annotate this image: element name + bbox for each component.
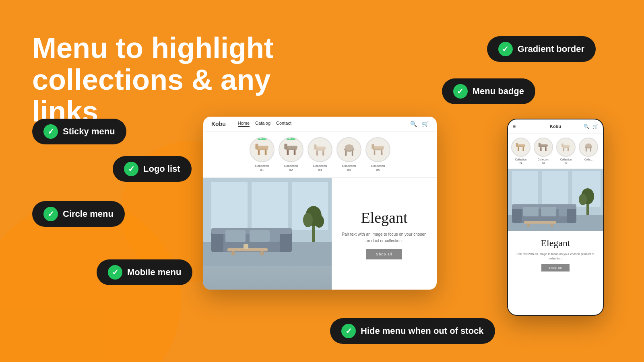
collection-circle-3 bbox=[308, 137, 332, 162]
badge-mobile-menu-label: Mobile menu bbox=[127, 267, 181, 278]
mobile-collection-label-3: Collection#3 bbox=[560, 158, 572, 165]
svg-rect-80 bbox=[551, 224, 553, 227]
mobile-collection-label-2: Collection#2 bbox=[538, 158, 549, 165]
svg-rect-4 bbox=[255, 144, 258, 149]
sofa-area bbox=[203, 178, 332, 290]
badge-logo-list: ✓ Logo list bbox=[113, 156, 192, 182]
svg-rect-51 bbox=[545, 147, 546, 151]
mobile-chair-2 bbox=[537, 141, 550, 154]
mobile-collection-2[interactable]: Collection#2 bbox=[534, 138, 553, 165]
svg-rect-38 bbox=[250, 230, 270, 242]
desktop-mockup: Kobu Home Catalog Contact 🔍 🛒 NEW bbox=[203, 117, 437, 290]
badge-mobile-menu: ✓ Mobile menu bbox=[97, 259, 192, 285]
mobile-logo: Kobu bbox=[550, 124, 561, 129]
badge-menu-badge-label: Menu badge bbox=[473, 86, 524, 97]
badge-sticky-menu: ✓ Sticky menu bbox=[32, 119, 126, 144]
svg-rect-79 bbox=[527, 224, 530, 227]
nav-link-catalog[interactable]: Catalog bbox=[255, 121, 270, 127]
new-badge-1: NEW bbox=[257, 137, 267, 140]
svg-rect-45 bbox=[518, 147, 519, 151]
collection-item-5[interactable]: Collection#5 bbox=[365, 137, 390, 172]
svg-rect-50 bbox=[540, 147, 541, 151]
mobile-chair-1 bbox=[514, 141, 527, 154]
mobile-elegant-subtitle: Pair text with an image to focus on your… bbox=[514, 252, 597, 261]
mobile-collection-4[interactable]: Colle... bbox=[579, 138, 598, 165]
svg-rect-26 bbox=[252, 182, 288, 230]
mobile-nav: ≡ Kobu 🔍 🛒 bbox=[508, 119, 603, 134]
mobile-mockup: ≡ Kobu 🔍 🛒 Collection#1 bbox=[507, 119, 604, 316]
check-icon-gradient-border: ✓ bbox=[498, 42, 513, 56]
collection-item-3[interactable]: Collection#3 bbox=[308, 137, 332, 172]
svg-rect-6 bbox=[287, 150, 289, 155]
svg-rect-53 bbox=[539, 143, 541, 147]
svg-rect-58 bbox=[561, 143, 563, 147]
mobile-collections-row: Collection#1 Collection#2 bbox=[508, 134, 603, 169]
mockup-text-panel: Elegant Pair text with an image to focus… bbox=[332, 178, 437, 290]
mockup-hero-image bbox=[203, 178, 332, 290]
svg-point-18 bbox=[345, 144, 353, 150]
svg-rect-9 bbox=[284, 144, 287, 149]
new-badge-2: NEW bbox=[286, 137, 296, 140]
check-icon-circle-menu: ✓ bbox=[43, 207, 58, 221]
mockup-nav-icons: 🔍 🛒 bbox=[410, 121, 429, 127]
svg-rect-25 bbox=[211, 182, 248, 230]
collection-item-2[interactable]: NEW Collection#2 bbox=[279, 137, 303, 172]
mockup-hero: Elegant Pair text with an image to focus… bbox=[203, 178, 437, 290]
svg-rect-78 bbox=[524, 221, 556, 224]
svg-point-62 bbox=[585, 143, 591, 147]
badge-sticky-menu-label: Sticky menu bbox=[63, 126, 115, 137]
svg-rect-46 bbox=[522, 147, 524, 151]
check-icon-logo-list: ✓ bbox=[124, 162, 138, 176]
svg-rect-61 bbox=[590, 148, 591, 152]
svg-rect-37 bbox=[225, 230, 246, 242]
svg-rect-41 bbox=[231, 251, 235, 255]
hamburger-icon[interactable]: ≡ bbox=[513, 123, 516, 129]
svg-rect-21 bbox=[381, 150, 382, 155]
chair-icon-1 bbox=[253, 141, 271, 159]
shop-all-button[interactable]: Shop all bbox=[366, 249, 402, 259]
mockup-nav-links: Home Catalog Contact bbox=[238, 121, 402, 127]
collection-item-1[interactable]: NEW Collection#1 bbox=[250, 137, 275, 172]
collection-circle-2: NEW bbox=[279, 137, 303, 162]
collection-label-5: Collection#5 bbox=[371, 164, 385, 172]
badge-circle-menu: ✓ Circle menu bbox=[32, 201, 125, 227]
badge-gradient-border-label: Gradient border bbox=[518, 44, 584, 54]
collection-label-1: Collection#1 bbox=[255, 164, 269, 172]
svg-rect-42 bbox=[260, 251, 264, 255]
svg-rect-7 bbox=[293, 150, 295, 155]
badge-logo-list-label: Logo list bbox=[143, 164, 180, 174]
collection-item-4[interactable]: Collection#4 bbox=[336, 137, 361, 172]
cart-icon[interactable]: 🛒 bbox=[422, 121, 429, 127]
svg-rect-65 bbox=[542, 171, 568, 207]
mobile-collection-3[interactable]: Collection#3 bbox=[556, 138, 576, 165]
check-icon-mobile-menu: ✓ bbox=[108, 265, 122, 280]
search-icon[interactable]: 🔍 bbox=[410, 121, 417, 127]
nav-link-contact[interactable]: Contact bbox=[276, 121, 291, 127]
svg-rect-55 bbox=[563, 148, 564, 151]
mobile-shop-all-button[interactable]: Shop all bbox=[541, 264, 569, 272]
mobile-circle-4 bbox=[579, 138, 598, 157]
svg-rect-16 bbox=[345, 151, 347, 156]
svg-rect-56 bbox=[568, 148, 569, 151]
badge-hide-menu-label: Hide menu when out of stock bbox=[361, 326, 484, 336]
svg-rect-60 bbox=[586, 148, 587, 152]
svg-rect-75 bbox=[523, 207, 539, 216]
main-background: Menu to highlight collections & any link… bbox=[0, 0, 644, 362]
mobile-room-svg bbox=[508, 169, 603, 231]
collections-row: NEW Collection#1 NEW bbox=[203, 132, 437, 178]
svg-rect-23 bbox=[372, 144, 374, 149]
mobile-cart-icon[interactable]: 🛒 bbox=[592, 124, 598, 129]
collection-circle-4 bbox=[336, 137, 361, 162]
collection-circle-1: NEW bbox=[250, 137, 275, 162]
svg-point-31 bbox=[303, 213, 313, 227]
svg-rect-48 bbox=[516, 143, 518, 147]
nav-link-home[interactable]: Home bbox=[238, 121, 250, 127]
mobile-collection-label-1: Collection#1 bbox=[515, 158, 527, 165]
svg-rect-1 bbox=[258, 150, 260, 155]
mobile-search-icon[interactable]: 🔍 bbox=[584, 124, 589, 129]
mobile-collection-1[interactable]: Collection#1 bbox=[511, 138, 530, 165]
mobile-text-panel: Elegant Pair text with an image to focus… bbox=[508, 231, 603, 278]
chair-icon-3 bbox=[311, 141, 329, 159]
room-svg bbox=[203, 178, 332, 266]
svg-rect-12 bbox=[322, 150, 324, 156]
